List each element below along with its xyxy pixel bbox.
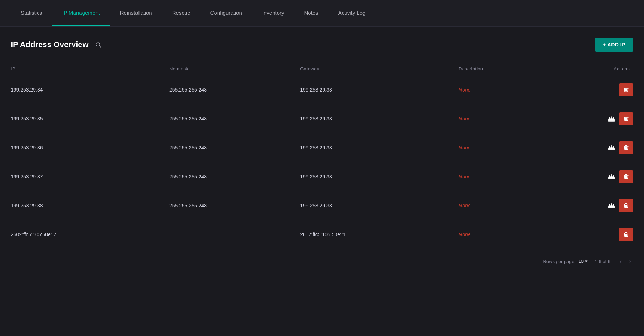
table-row: 199.253.29.37255.255.255.248199.253.29.3… — [11, 162, 633, 191]
rows-per-page-container: Rows per page: 10 ▾ — [543, 258, 588, 265]
cell-ip: 199.253.29.36 — [11, 133, 169, 162]
svg-marker-8 — [608, 203, 615, 207]
search-icon[interactable] — [93, 39, 104, 50]
tab-statistics[interactable]: Statistics — [11, 0, 52, 26]
cell-gateway: 199.253.29.33 — [300, 104, 459, 133]
cell-gateway: 199.253.29.33 — [300, 162, 459, 191]
cell-description: None — [459, 75, 544, 104]
cell-ip: 2602:ffc5:105:50e::2 — [11, 220, 169, 249]
col-actions: Actions — [544, 63, 633, 75]
delete-button[interactable] — [619, 199, 633, 212]
delete-button[interactable] — [619, 228, 633, 241]
tab-navigation: StatisticsIP ManagementReinstallationRes… — [0, 0, 644, 27]
cell-actions — [544, 162, 633, 191]
tab-rescue[interactable]: Rescue — [162, 0, 200, 26]
tab-activity-log[interactable]: Activity Log — [328, 0, 376, 26]
crown-icon[interactable] — [608, 143, 615, 152]
tab-configuration[interactable]: Configuration — [200, 0, 252, 26]
table-row: 199.253.29.34255.255.255.248199.253.29.3… — [11, 75, 633, 104]
delete-button[interactable] — [619, 83, 633, 96]
tab-ip-management[interactable]: IP Management — [52, 0, 110, 26]
next-page-button[interactable]: › — [627, 256, 633, 267]
col-ip: IP — [11, 63, 169, 75]
cell-gateway: 199.253.29.33 — [300, 133, 459, 162]
header-row: IP Address Overview + ADD IP — [11, 38, 633, 52]
col-netmask: Netmask — [169, 63, 300, 75]
cell-actions — [544, 220, 633, 249]
cell-netmask — [169, 220, 300, 249]
rows-per-page-label: Rows per page: — [543, 259, 575, 264]
pagination-arrows: ‹ › — [618, 256, 633, 267]
cell-netmask: 255.255.255.248 — [169, 75, 300, 104]
cell-actions — [544, 104, 633, 133]
svg-marker-6 — [608, 174, 615, 178]
cell-description: None — [459, 162, 544, 191]
crown-icon[interactable] — [608, 114, 615, 123]
svg-marker-2 — [608, 116, 615, 120]
crown-icon[interactable] — [608, 172, 615, 181]
pagination-info: 1-6 of 6 — [595, 259, 610, 264]
page-title: IP Address Overview — [11, 40, 89, 49]
cell-ip: 199.253.29.35 — [11, 104, 169, 133]
main-content: IP Address Overview + ADD IP IP Netmask … — [0, 27, 644, 274]
delete-button[interactable] — [619, 112, 633, 125]
cell-description: None — [459, 220, 544, 249]
cell-gateway: 199.253.29.33 — [300, 75, 459, 104]
cell-gateway: 2602:ffc5:105:50e::1 — [300, 220, 459, 249]
table-row: 199.253.29.35255.255.255.248199.253.29.3… — [11, 104, 633, 133]
cell-description: None — [459, 104, 544, 133]
cell-netmask: 255.255.255.248 — [169, 104, 300, 133]
cell-netmask: 255.255.255.248 — [169, 133, 300, 162]
prev-page-button[interactable]: ‹ — [618, 256, 624, 267]
cell-ip: 199.253.29.38 — [11, 191, 169, 220]
dropdown-arrow-icon: ▾ — [585, 258, 588, 264]
ip-table: IP Netmask Gateway Description Actions 1… — [11, 63, 633, 249]
table-body: 199.253.29.34255.255.255.248199.253.29.3… — [11, 75, 633, 249]
cell-ip: 199.253.29.37 — [11, 162, 169, 191]
svg-line-1 — [99, 46, 100, 47]
cell-netmask: 255.255.255.248 — [169, 162, 300, 191]
col-description: Description — [459, 63, 544, 75]
svg-rect-7 — [608, 178, 615, 179]
crown-icon[interactable] — [608, 201, 615, 210]
cell-description: None — [459, 133, 544, 162]
rows-per-page-value: 10 — [578, 258, 583, 264]
tab-notes[interactable]: Notes — [294, 0, 328, 26]
pagination-row: Rows per page: 10 ▾ 1-6 of 6 ‹ › — [11, 249, 633, 274]
cell-actions — [544, 133, 633, 162]
svg-marker-4 — [608, 145, 615, 149]
table-row: 199.253.29.38255.255.255.248199.253.29.3… — [11, 191, 633, 220]
cell-netmask: 255.255.255.248 — [169, 191, 300, 220]
rows-per-page-select[interactable]: 10 ▾ — [578, 258, 587, 265]
cell-gateway: 199.253.29.33 — [300, 191, 459, 220]
svg-rect-9 — [608, 207, 615, 208]
add-ip-button[interactable]: + ADD IP — [595, 38, 633, 52]
col-gateway: Gateway — [300, 63, 459, 75]
tab-reinstallation[interactable]: Reinstallation — [110, 0, 162, 26]
table-header: IP Netmask Gateway Description Actions — [11, 63, 633, 75]
page-title-container: IP Address Overview — [11, 39, 104, 50]
table-row: 2602:ffc5:105:50e::22602:ffc5:105:50e::1… — [11, 220, 633, 249]
delete-button[interactable] — [619, 170, 633, 183]
table-row: 199.253.29.36255.255.255.248199.253.29.3… — [11, 133, 633, 162]
delete-button[interactable] — [619, 141, 633, 154]
cell-actions — [544, 75, 633, 104]
svg-rect-3 — [608, 120, 615, 121]
tab-inventory[interactable]: Inventory — [252, 0, 294, 26]
cell-ip: 199.253.29.34 — [11, 75, 169, 104]
svg-rect-5 — [608, 149, 615, 150]
cell-description: None — [459, 191, 544, 220]
cell-actions — [544, 191, 633, 220]
